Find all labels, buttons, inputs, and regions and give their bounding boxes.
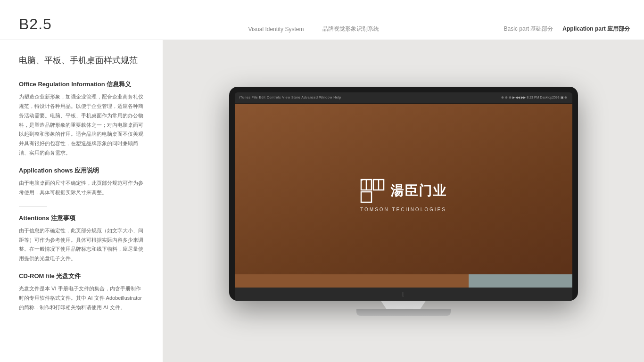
- logo-en-text: TOMSON TECHNOLOGIES: [360, 207, 446, 212]
- section1-title: Office Regulation Information 信息释义: [19, 80, 144, 89]
- header-center: Visual Identity System 品牌视觉形象识别系统: [163, 21, 465, 33]
- nav-basic: Basic part 基础部分: [504, 25, 553, 33]
- sidebar: 电脑、平板、手机桌面样式规范 Office Regulation Informa…: [0, 40, 163, 362]
- section2-body: 由于电脑桌面的尺寸不确定性，此页部分规范可作为参考使用，具体可根据实际尺寸来调整…: [19, 179, 144, 197]
- desktop-logo: 湯臣门业 TOMSON TECHNOLOGIES: [360, 179, 447, 212]
- imac-chin: : [235, 288, 572, 301]
- page-header: B2.5 Visual Identity System 品牌视觉形象识别系统 B…: [0, 0, 644, 40]
- vis-label-group: Visual Identity System 品牌视觉形象识别系统: [215, 21, 413, 33]
- header-nav: Basic part 基础部分 Application part 应用部分: [465, 21, 644, 33]
- desktop-wallpaper: 湯臣门业 TOMSON TECHNOLOGIES: [235, 104, 572, 288]
- desktop-stripe: [235, 274, 572, 288]
- page-code: B2.5: [19, 16, 52, 33]
- imac-mockup: iTunes File Edit Controls View Store Adv…: [229, 87, 578, 316]
- imac-body: iTunes File Edit Controls View Store Adv…: [229, 87, 578, 301]
- section3-title: Attentions 注意事项: [19, 214, 144, 222]
- section-divider: [19, 206, 47, 206]
- logo-row: 湯臣门业: [360, 179, 447, 203]
- section3-body: 由于信息的不确定性，此页部分规范（如文字大小、间距等）可作为参考使用。具体可根据…: [19, 226, 144, 263]
- imac-stand-base: [356, 309, 451, 316]
- content-area: iTunes File Edit Controls View Store Adv…: [163, 40, 644, 362]
- menu-text: iTunes File Edit Controls View Store Adv…: [239, 96, 341, 99]
- section4-title: CD-ROM file 光盘文件: [19, 272, 144, 280]
- apple-logo-icon: : [402, 290, 405, 298]
- status-right: ⊕ ⊕ ⊕ ▶ ◀◀ ▶▶ 8:23 PM Desktop2593 ▣ ⊕: [501, 96, 568, 99]
- stripe-gray: [469, 274, 572, 288]
- main-content: 电脑、平板、手机桌面样式规范 Office Regulation Informa…: [0, 40, 644, 362]
- imac-menubar: iTunes File Edit Controls View Store Adv…: [235, 92, 572, 103]
- svg-rect-2: [361, 192, 372, 202]
- stripe-brown: [235, 274, 469, 288]
- page-subtitle: 电脑、平板、手机桌面样式规范: [19, 54, 144, 67]
- status-text: ⊕ ⊕ ⊕ ▶ ◀◀ ▶▶ 8:23 PM Desktop2593 ▣ ⊕: [501, 96, 568, 99]
- nav-application: Application part 应用部分: [562, 25, 630, 33]
- svg-point-5: [361, 179, 363, 181]
- section4-body: 光盘文件是本 VI 手册电子文件的集合，内含手册制作时的专用软件格式文件。其中 …: [19, 284, 144, 312]
- imac-stand-neck: [375, 301, 432, 309]
- menu-left: iTunes File Edit Controls View Store Adv…: [239, 96, 341, 99]
- brand-logo-icon: [360, 179, 385, 203]
- vis-label-en: Visual Identity System: [248, 26, 304, 33]
- header-left: B2.5: [0, 16, 163, 33]
- section2-title: Application shows 应用说明: [19, 166, 144, 175]
- nav-items: Basic part 基础部分 Application part 应用部分: [465, 21, 630, 33]
- imac-screen: 湯臣门业 TOMSON TECHNOLOGIES: [235, 104, 572, 288]
- logo-cn-text: 湯臣门业: [390, 182, 447, 200]
- vis-label-cn: 品牌视觉形象识别系统: [322, 25, 379, 33]
- section1-body: 为塑造企业新形象，加强企业管理，配合企业商务礼仪规范，特设计各种用品。以便于企业…: [19, 92, 144, 158]
